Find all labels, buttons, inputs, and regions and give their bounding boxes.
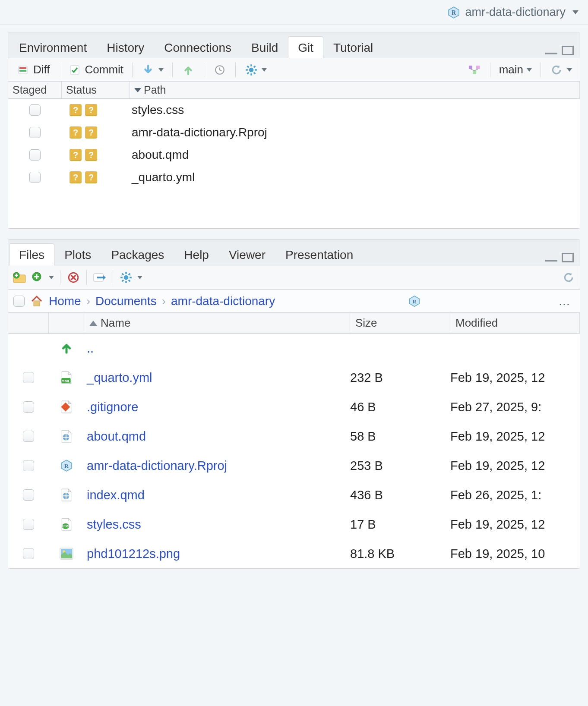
file-checkbox[interactable] xyxy=(23,519,34,530)
breadcrumb: Home › Documents › amr-data-dictionary R… xyxy=(8,290,580,313)
svg-line-13 xyxy=(254,72,256,74)
git-row[interactable]: ??_quarto.yml xyxy=(8,166,580,189)
tab-presentation[interactable]: Presentation xyxy=(275,243,363,265)
crumb-sep-icon: › xyxy=(86,294,90,308)
file-checkbox[interactable] xyxy=(23,401,34,413)
goto-project-icon[interactable]: R xyxy=(408,294,421,308)
file-link[interactable]: styles.css xyxy=(87,517,141,531)
file-row-updir[interactable]: .. xyxy=(8,334,580,363)
pull-button[interactable] xyxy=(137,61,168,79)
new-folder-button[interactable] xyxy=(13,271,26,284)
git-row[interactable]: ??styles.css xyxy=(8,99,580,121)
stage-checkbox[interactable] xyxy=(29,104,41,116)
diff-button[interactable]: Diff xyxy=(12,61,54,79)
select-all-checkbox[interactable] xyxy=(13,296,25,307)
files-refresh-button[interactable] xyxy=(562,271,575,284)
tab-packages[interactable]: Packages xyxy=(101,243,174,265)
tab-files[interactable]: Files xyxy=(9,243,54,265)
svg-line-14 xyxy=(247,72,249,74)
status-badge: ? xyxy=(85,104,97,116)
file-checkbox[interactable] xyxy=(23,372,34,383)
new-file-caret-icon[interactable] xyxy=(49,276,54,279)
maximize-pane-icon[interactable] xyxy=(562,253,574,262)
git-toolbar: Diff Commit xyxy=(8,58,580,82)
rename-button[interactable] xyxy=(93,271,107,284)
tab-build[interactable]: Build xyxy=(241,36,288,58)
svg-line-31 xyxy=(129,273,130,275)
minimize-pane-icon[interactable] xyxy=(545,258,557,262)
status-badge: ? xyxy=(85,149,97,161)
svg-rect-17 xyxy=(476,66,480,69)
file-type-icon: CSS xyxy=(60,517,73,531)
file-checkbox[interactable] xyxy=(23,460,34,471)
updir-link[interactable]: .. xyxy=(87,341,94,355)
file-row[interactable]: YML_quarto.yml232 BFeb 19, 2025, 12 xyxy=(8,363,580,392)
stage-checkbox[interactable] xyxy=(29,127,41,138)
tab-help[interactable]: Help xyxy=(174,243,219,265)
commit-icon xyxy=(68,63,82,77)
git-refresh-button[interactable] xyxy=(545,61,576,79)
col-size[interactable]: Size xyxy=(350,313,450,333)
file-link[interactable]: .gitignore xyxy=(87,400,138,414)
git-more-caret-icon[interactable] xyxy=(262,68,267,72)
git-row[interactable]: ??about.qmd xyxy=(8,144,580,166)
crumb-home[interactable]: Home xyxy=(49,294,81,308)
file-checkbox[interactable] xyxy=(23,489,34,501)
delete-button[interactable] xyxy=(66,271,80,284)
col-modified[interactable]: Modified xyxy=(450,313,580,333)
col-name[interactable]: Name xyxy=(84,313,350,333)
pull-menu-caret-icon[interactable] xyxy=(158,68,164,72)
branch-caret-icon[interactable] xyxy=(527,68,532,72)
files-more-caret-icon[interactable] xyxy=(137,276,142,279)
file-link[interactable]: _quarto.yml xyxy=(87,371,152,385)
project-menu-caret-icon[interactable] xyxy=(572,10,579,14)
col-name-label: Name xyxy=(101,316,130,330)
file-row[interactable]: CSSstyles.css17 BFeb 19, 2025, 12 xyxy=(8,510,580,539)
col-status[interactable]: Status xyxy=(62,82,130,98)
maximize-pane-icon[interactable] xyxy=(562,46,574,55)
tab-environment[interactable]: Environment xyxy=(9,36,97,58)
crumb-project[interactable]: amr-data-dictionary xyxy=(171,294,275,308)
tab-tutorial[interactable]: Tutorial xyxy=(323,36,383,58)
col-staged[interactable]: Staged xyxy=(8,82,62,98)
file-link[interactable]: amr-data-dictionary.Rproj xyxy=(87,459,227,473)
git-refresh-caret-icon[interactable] xyxy=(567,68,572,72)
file-checkbox[interactable] xyxy=(23,431,34,442)
svg-rect-4 xyxy=(19,70,26,72)
file-link[interactable]: about.qmd xyxy=(87,429,146,443)
history-button[interactable] xyxy=(209,61,231,79)
tab-history[interactable]: History xyxy=(97,36,154,58)
path-overflow-button[interactable]: … xyxy=(554,294,575,308)
push-button[interactable] xyxy=(177,61,199,79)
file-row[interactable]: .gitignore46 BFeb 27, 2025, 9: xyxy=(8,392,580,422)
file-link[interactable]: phd101212s.png xyxy=(87,547,180,561)
git-row[interactable]: ??amr-data-dictionary.Rproj xyxy=(8,121,580,144)
tab-connections[interactable]: Connections xyxy=(154,36,241,58)
file-row[interactable]: phd101212s.png81.8 KBFeb 19, 2025, 10 xyxy=(8,539,580,568)
tab-viewer[interactable]: Viewer xyxy=(219,243,275,265)
files-more-button[interactable] xyxy=(119,271,133,284)
stage-checkbox[interactable] xyxy=(29,149,41,161)
project-name[interactable]: amr-data-dictionary xyxy=(465,6,566,19)
git-columns-header: Staged Status Path xyxy=(8,82,580,99)
files-toolbar xyxy=(8,265,580,290)
new-file-button[interactable] xyxy=(31,271,44,284)
commit-button[interactable]: Commit xyxy=(63,61,128,79)
file-row[interactable]: Ramr-data-dictionary.Rproj253 BFeb 19, 2… xyxy=(8,451,580,480)
branch-button[interactable] xyxy=(463,61,486,79)
git-more-button[interactable] xyxy=(240,61,271,79)
file-row[interactable]: index.qmd436 BFeb 26, 2025, 1: xyxy=(8,480,580,510)
home-icon[interactable] xyxy=(30,294,44,308)
crumb-documents[interactable]: Documents xyxy=(95,294,157,308)
col-path[interactable]: Path xyxy=(130,82,580,98)
gear-icon xyxy=(244,63,258,77)
stage-checkbox[interactable] xyxy=(29,172,41,183)
minimize-pane-icon[interactable] xyxy=(545,51,557,54)
file-row[interactable]: about.qmd58 BFeb 19, 2025, 12 xyxy=(8,422,580,451)
branch-select[interactable]: main xyxy=(495,61,536,78)
file-link[interactable]: index.qmd xyxy=(87,488,145,502)
tab-plots[interactable]: Plots xyxy=(54,243,101,265)
file-checkbox[interactable] xyxy=(23,548,34,559)
tab-git[interactable]: Git xyxy=(288,36,323,58)
status-badge: ? xyxy=(70,104,82,116)
